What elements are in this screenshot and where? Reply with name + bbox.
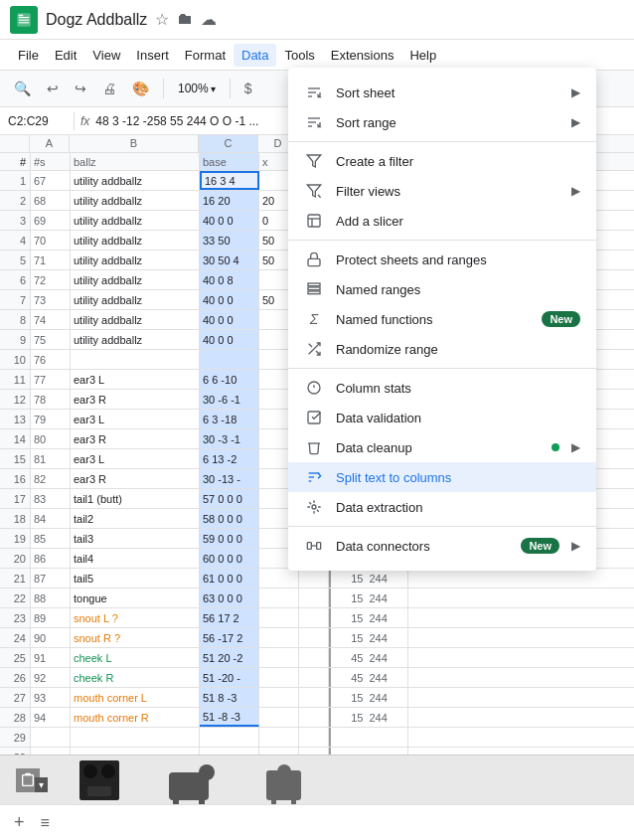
dropdown-overlay[interactable]: Sort sheet ▶ Sort range ▶ xyxy=(0,0,634,840)
menu-section-stats: Column stats Data validation Data cle xyxy=(288,369,596,527)
menu-section-sort: Sort sheet ▶ Sort range ▶ xyxy=(288,74,596,142)
sort-range-label: Sort range xyxy=(336,115,563,130)
create-filter-icon xyxy=(304,153,324,169)
add-slicer-icon xyxy=(304,213,324,229)
data-validation-icon xyxy=(304,410,324,425)
create-filter-label: Create a filter xyxy=(336,154,580,169)
column-stats-icon xyxy=(304,380,324,396)
data-cleanup-dot xyxy=(552,443,559,451)
sort-range-arrow: ▶ xyxy=(571,115,580,129)
menu-item-data-validation[interactable]: Data validation xyxy=(288,403,596,432)
menu-item-protect-sheets[interactable]: Protect sheets and ranges xyxy=(288,245,596,274)
column-stats-label: Column stats xyxy=(336,381,580,396)
data-cleanup-label: Data cleanup xyxy=(336,440,544,455)
menu-item-sort-sheet[interactable]: Sort sheet ▶ xyxy=(288,78,596,107)
split-text-label: Split text to columns xyxy=(336,470,580,485)
menu-section-filter: Create a filter Filter views ▶ xyxy=(288,142,596,241)
svg-rect-19 xyxy=(308,258,320,265)
add-slicer-label: Add a slicer xyxy=(336,214,580,229)
menu-item-filter-views[interactable]: Filter views ▶ xyxy=(288,176,596,206)
menu-item-data-extraction[interactable]: Data extraction xyxy=(288,492,596,522)
named-functions-badge: New xyxy=(542,311,580,327)
svg-point-30 xyxy=(312,505,316,509)
svg-rect-31 xyxy=(307,543,311,550)
menu-item-data-connectors[interactable]: Data connectors New ▶ xyxy=(288,531,596,561)
svg-rect-29 xyxy=(308,412,320,423)
data-cleanup-arrow: ▶ xyxy=(571,440,580,454)
svg-rect-20 xyxy=(308,283,320,286)
named-ranges-label: Named ranges xyxy=(336,282,580,297)
menu-item-named-ranges[interactable]: Named ranges xyxy=(288,274,596,304)
data-connectors-badge: New xyxy=(521,538,559,554)
data-connectors-icon xyxy=(304,538,324,554)
svg-rect-16 xyxy=(308,215,320,227)
shuffle-icon xyxy=(304,341,324,357)
menu-item-data-cleanup[interactable]: Data cleanup ▶ xyxy=(288,432,596,462)
lock-icon xyxy=(304,252,324,267)
sort-sheet-arrow: ▶ xyxy=(571,85,580,99)
sort-range-icon xyxy=(304,114,324,130)
menu-item-sort-range[interactable]: Sort range ▶ xyxy=(288,107,596,137)
svg-rect-21 xyxy=(308,287,320,290)
randomize-range-label: Randomize range xyxy=(336,342,580,357)
filter-views-label: Filter views xyxy=(336,184,563,199)
svg-rect-22 xyxy=(308,291,320,294)
protect-sheets-label: Protect sheets and ranges xyxy=(336,252,580,267)
menu-section-connectors: Data connectors New ▶ xyxy=(288,527,596,565)
sigma-icon: Σ xyxy=(304,311,324,327)
dropdown-menu: Sort sheet ▶ Sort range ▶ xyxy=(288,68,596,571)
data-connectors-arrow: ▶ xyxy=(571,539,580,553)
svg-marker-13 xyxy=(307,155,320,167)
menu-item-column-stats[interactable]: Column stats xyxy=(288,373,596,403)
data-connectors-label: Data connectors xyxy=(336,539,513,554)
menu-item-named-functions[interactable]: Σ Named functions New xyxy=(288,304,596,334)
svg-rect-32 xyxy=(317,543,321,550)
split-text-icon xyxy=(304,469,324,485)
menu-item-add-slicer[interactable]: Add a slicer xyxy=(288,206,596,236)
data-extraction-icon xyxy=(304,499,324,515)
menu-item-randomize-range[interactable]: Randomize range xyxy=(288,334,596,364)
menu-section-protect: Protect sheets and ranges Named ranges Σ… xyxy=(288,241,596,369)
named-ranges-icon xyxy=(304,281,324,297)
filter-views-arrow: ▶ xyxy=(571,184,580,198)
menu-item-split-text[interactable]: Split text to columns xyxy=(288,462,596,492)
data-validation-label: Data validation xyxy=(336,411,580,425)
svg-line-15 xyxy=(318,195,321,198)
menu-item-create-filter[interactable]: Create a filter xyxy=(288,146,596,176)
filter-views-icon xyxy=(304,183,324,199)
data-extraction-label: Data extraction xyxy=(336,500,580,515)
sort-sheet-icon xyxy=(304,84,324,100)
data-cleanup-icon xyxy=(304,439,324,455)
svg-line-25 xyxy=(309,344,312,347)
sort-sheet-label: Sort sheet xyxy=(336,85,563,100)
named-functions-label: Named functions xyxy=(336,312,534,327)
